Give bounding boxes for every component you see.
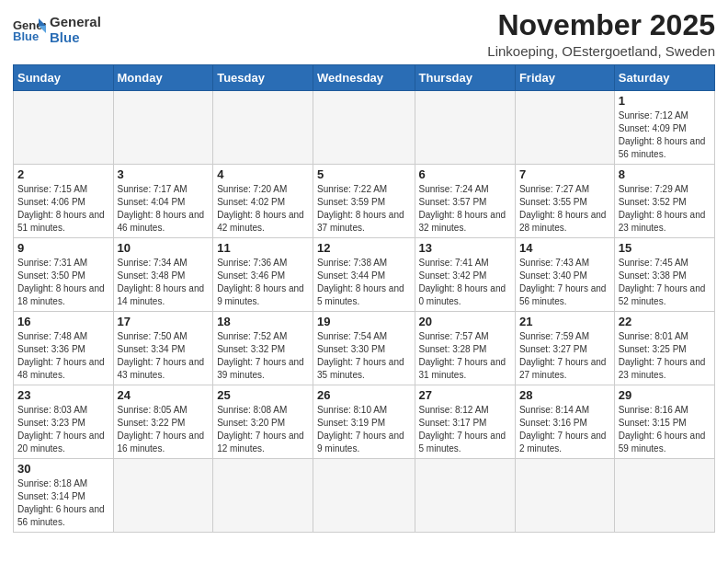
day-number: 6	[419, 167, 511, 181]
day-number: 25	[217, 388, 309, 402]
day-info: Sunrise: 7:15 AM Sunset: 4:06 PM Dayligh…	[17, 183, 109, 235]
day-info: Sunrise: 7:57 AM Sunset: 3:28 PM Dayligh…	[419, 330, 511, 382]
day-number: 4	[217, 167, 309, 181]
calendar-day: 12Sunrise: 7:38 AM Sunset: 3:44 PM Dayli…	[313, 238, 415, 312]
calendar-day	[113, 91, 213, 165]
calendar-header-row: Sunday Monday Tuesday Wednesday Thursday…	[14, 65, 715, 91]
day-number: 15	[619, 241, 711, 255]
calendar-day: 29Sunrise: 8:16 AM Sunset: 3:15 PM Dayli…	[614, 385, 714, 459]
month-title: November 2025	[487, 9, 715, 41]
calendar-day: 1Sunrise: 7:12 AM Sunset: 4:09 PM Daylig…	[614, 91, 714, 165]
calendar-day: 8Sunrise: 7:29 AM Sunset: 3:52 PM Daylig…	[614, 165, 714, 238]
day-number: 24	[118, 388, 210, 402]
calendar-week-row: 16Sunrise: 7:48 AM Sunset: 3:36 PM Dayli…	[14, 312, 715, 385]
col-sunday: Sunday	[14, 65, 114, 91]
day-info: Sunrise: 7:54 AM Sunset: 3:30 PM Dayligh…	[317, 330, 410, 382]
calendar-day: 17Sunrise: 7:50 AM Sunset: 3:34 PM Dayli…	[113, 312, 213, 385]
calendar-day	[313, 459, 415, 533]
header-row: General Blue General Blue November 2025 …	[13, 9, 715, 59]
day-info: Sunrise: 7:22 AM Sunset: 3:59 PM Dayligh…	[317, 183, 410, 235]
day-info: Sunrise: 8:18 AM Sunset: 3:14 PM Dayligh…	[17, 477, 109, 529]
day-info: Sunrise: 7:29 AM Sunset: 3:52 PM Dayligh…	[619, 183, 711, 235]
calendar: Sunday Monday Tuesday Wednesday Thursday…	[13, 64, 715, 533]
calendar-week-row: 2Sunrise: 7:15 AM Sunset: 4:06 PM Daylig…	[14, 165, 715, 238]
calendar-day: 5Sunrise: 7:22 AM Sunset: 3:59 PM Daylig…	[313, 165, 415, 238]
calendar-day: 13Sunrise: 7:41 AM Sunset: 3:42 PM Dayli…	[415, 238, 515, 312]
day-number: 19	[317, 315, 410, 328]
day-info: Sunrise: 8:05 AM Sunset: 3:22 PM Dayligh…	[118, 404, 210, 455]
day-info: Sunrise: 7:48 AM Sunset: 3:36 PM Dayligh…	[17, 330, 109, 382]
calendar-day: 21Sunrise: 7:59 AM Sunset: 3:27 PM Dayli…	[515, 312, 614, 385]
calendar-day	[515, 459, 614, 533]
day-info: Sunrise: 7:34 AM Sunset: 3:48 PM Dayligh…	[118, 257, 210, 308]
day-info: Sunrise: 7:24 AM Sunset: 3:57 PM Dayligh…	[419, 183, 511, 235]
day-info: Sunrise: 8:01 AM Sunset: 3:25 PM Dayligh…	[619, 330, 711, 382]
calendar-day: 14Sunrise: 7:43 AM Sunset: 3:40 PM Dayli…	[515, 238, 614, 312]
calendar-week-row: 9Sunrise: 7:31 AM Sunset: 3:50 PM Daylig…	[14, 238, 715, 312]
day-number: 7	[519, 167, 610, 181]
day-info: Sunrise: 7:20 AM Sunset: 4:02 PM Dayligh…	[217, 183, 309, 235]
day-number: 13	[419, 241, 511, 255]
calendar-day	[14, 91, 114, 165]
svg-text:Blue: Blue	[13, 29, 39, 43]
day-number: 18	[217, 315, 309, 328]
day-info: Sunrise: 7:38 AM Sunset: 3:44 PM Dayligh…	[317, 257, 410, 308]
col-thursday: Thursday	[415, 65, 515, 91]
calendar-day: 2Sunrise: 7:15 AM Sunset: 4:06 PM Daylig…	[14, 165, 114, 238]
day-info: Sunrise: 8:03 AM Sunset: 3:23 PM Dayligh…	[17, 404, 109, 455]
day-number: 2	[17, 167, 109, 181]
calendar-week-row: 23Sunrise: 8:03 AM Sunset: 3:23 PM Dayli…	[14, 385, 715, 459]
day-info: Sunrise: 8:08 AM Sunset: 3:20 PM Dayligh…	[217, 404, 309, 455]
day-number: 27	[419, 388, 511, 402]
calendar-day	[614, 459, 714, 533]
location-title: Linkoeping, OEstergoetland, Sweden	[487, 43, 715, 59]
calendar-day: 4Sunrise: 7:20 AM Sunset: 4:02 PM Daylig…	[213, 165, 313, 238]
calendar-day: 25Sunrise: 8:08 AM Sunset: 3:20 PM Dayli…	[213, 385, 313, 459]
day-number: 17	[118, 315, 210, 328]
title-block: November 2025 Linkoeping, OEstergoetland…	[487, 9, 715, 59]
calendar-day	[113, 459, 213, 533]
calendar-day	[213, 459, 313, 533]
day-info: Sunrise: 7:50 AM Sunset: 3:34 PM Dayligh…	[118, 330, 210, 382]
day-number: 20	[419, 315, 511, 328]
day-number: 3	[118, 167, 210, 181]
day-number: 8	[619, 167, 711, 181]
day-info: Sunrise: 7:27 AM Sunset: 3:55 PM Dayligh…	[519, 183, 610, 235]
day-info: Sunrise: 7:12 AM Sunset: 4:09 PM Dayligh…	[619, 109, 711, 161]
calendar-day: 3Sunrise: 7:17 AM Sunset: 4:04 PM Daylig…	[113, 165, 213, 238]
day-info: Sunrise: 7:36 AM Sunset: 3:46 PM Dayligh…	[217, 257, 309, 308]
calendar-day: 16Sunrise: 7:48 AM Sunset: 3:36 PM Dayli…	[14, 312, 114, 385]
calendar-day	[313, 91, 415, 165]
calendar-day: 9Sunrise: 7:31 AM Sunset: 3:50 PM Daylig…	[14, 238, 114, 312]
day-info: Sunrise: 7:45 AM Sunset: 3:38 PM Dayligh…	[619, 257, 711, 308]
day-info: Sunrise: 8:10 AM Sunset: 3:19 PM Dayligh…	[317, 404, 410, 455]
day-info: Sunrise: 8:14 AM Sunset: 3:16 PM Dayligh…	[519, 404, 610, 455]
logo-icon: General Blue	[13, 17, 46, 44]
calendar-day	[415, 91, 515, 165]
day-number: 11	[217, 241, 309, 255]
day-info: Sunrise: 7:43 AM Sunset: 3:40 PM Dayligh…	[519, 257, 610, 308]
calendar-day	[213, 91, 313, 165]
day-number: 9	[17, 241, 109, 255]
calendar-day: 19Sunrise: 7:54 AM Sunset: 3:30 PM Dayli…	[313, 312, 415, 385]
col-tuesday: Tuesday	[213, 65, 313, 91]
calendar-day: 27Sunrise: 8:12 AM Sunset: 3:17 PM Dayli…	[415, 385, 515, 459]
day-number: 26	[317, 388, 410, 402]
calendar-day: 7Sunrise: 7:27 AM Sunset: 3:55 PM Daylig…	[515, 165, 614, 238]
calendar-day: 24Sunrise: 8:05 AM Sunset: 3:22 PM Dayli…	[113, 385, 213, 459]
page: General Blue General Blue November 2025 …	[0, 0, 728, 546]
day-number: 16	[17, 315, 109, 328]
calendar-day: 10Sunrise: 7:34 AM Sunset: 3:48 PM Dayli…	[113, 238, 213, 312]
col-wednesday: Wednesday	[313, 65, 415, 91]
calendar-day	[515, 91, 614, 165]
logo-general: General	[50, 15, 101, 30]
calendar-week-row: 30Sunrise: 8:18 AM Sunset: 3:14 PM Dayli…	[14, 459, 715, 533]
day-number: 23	[17, 388, 109, 402]
day-number: 21	[519, 315, 610, 328]
calendar-day: 30Sunrise: 8:18 AM Sunset: 3:14 PM Dayli…	[14, 459, 114, 533]
logo: General Blue General Blue	[13, 15, 101, 45]
calendar-day: 28Sunrise: 8:14 AM Sunset: 3:16 PM Dayli…	[515, 385, 614, 459]
day-number: 5	[317, 167, 410, 181]
calendar-week-row: 1Sunrise: 7:12 AM Sunset: 4:09 PM Daylig…	[14, 91, 715, 165]
calendar-day: 20Sunrise: 7:57 AM Sunset: 3:28 PM Dayli…	[415, 312, 515, 385]
